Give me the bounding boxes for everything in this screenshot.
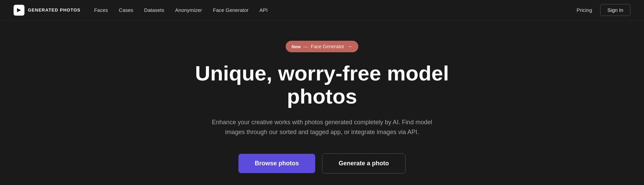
new-face-generator-badge[interactable]: New — Face Generator →: [286, 41, 359, 52]
browse-photos-button[interactable]: Browse photos: [238, 154, 315, 173]
hero-section: New — Face Generator → Unique, worry-fre…: [0, 20, 644, 185]
nav-link-api[interactable]: API: [260, 7, 268, 13]
badge-link-label: Face Generator: [311, 44, 344, 49]
nav-links: Faces Cases Datasets Anonymizer Face Gen…: [94, 7, 268, 13]
logo-container[interactable]: GENERATED PHOTOS: [14, 5, 80, 16]
navbar-left: GENERATED PHOTOS Faces Cases Datasets An…: [14, 5, 268, 16]
nav-link-cases[interactable]: Cases: [119, 7, 133, 13]
hero-subtitle: Enhance your creative works with photos …: [207, 117, 437, 137]
badge-separator: —: [303, 44, 308, 49]
badge-new-label: New: [292, 44, 301, 49]
signin-button[interactable]: Sign In: [600, 4, 630, 16]
navbar-right: Pricing Sign In: [576, 4, 630, 16]
badge-arrow-icon: →: [347, 43, 352, 50]
navbar: GENERATED PHOTOS Faces Cases Datasets An…: [0, 0, 644, 20]
generate-photo-button[interactable]: Generate a photo: [322, 153, 406, 173]
nav-link-faces[interactable]: Faces: [94, 7, 108, 13]
nav-link-datasets[interactable]: Datasets: [144, 7, 164, 13]
nav-link-anonymizer[interactable]: Anonymizer: [175, 7, 202, 13]
nav-link-face-generator[interactable]: Face Generator: [213, 7, 249, 13]
logo-icon: [14, 5, 24, 16]
badge-container: New — Face Generator →: [286, 41, 359, 52]
cta-buttons: Browse photos Generate a photo: [238, 153, 406, 173]
logo-text: GENERATED PHOTOS: [28, 7, 80, 13]
pricing-link[interactable]: Pricing: [576, 7, 592, 13]
hero-title: Unique, worry-free model photos: [169, 62, 475, 108]
